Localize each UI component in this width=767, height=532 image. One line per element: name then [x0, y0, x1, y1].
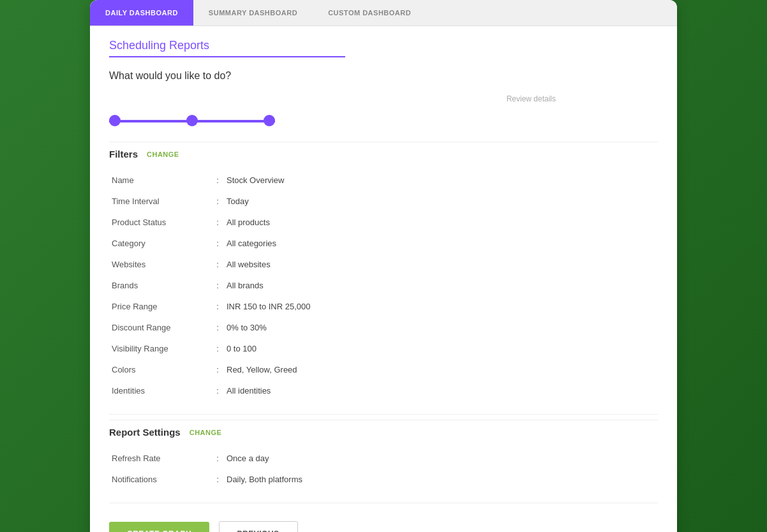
filters-change-button[interactable]: CHANGE [147, 151, 179, 158]
previous-button[interactable]: PREVIOUS [219, 521, 298, 532]
filter-value: Today [224, 191, 658, 212]
filter-label: Visibility Range [109, 338, 211, 359]
filter-colon: : [211, 170, 224, 191]
filter-label: Identities [109, 380, 211, 401]
section-divider [109, 414, 658, 415]
filter-label: Colors [109, 359, 211, 380]
setting-row: Notifications : Daily, Both platforms [109, 469, 658, 490]
filter-value: All websites [224, 254, 658, 275]
filter-label: Time Interval [109, 191, 211, 212]
stepper-dots [109, 115, 275, 126]
filter-colon: : [211, 275, 224, 296]
filter-row: Discount Range : 0% to 30% [109, 317, 658, 338]
filter-colon: : [211, 254, 224, 275]
filter-value: All identities [224, 380, 658, 401]
setting-label: Refresh Rate [109, 448, 211, 469]
filter-value: INR 150 to INR 25,000 [224, 296, 658, 317]
filter-colon: : [211, 380, 224, 401]
filter-label: Name [109, 170, 211, 191]
filter-label: Discount Range [109, 317, 211, 338]
stepper-dot-3 [264, 115, 275, 126]
filters-header: Filters CHANGE [109, 142, 658, 159]
tab-summary[interactable]: SUMMARY DASHBOARD [193, 0, 313, 26]
report-settings-table: Refresh Rate : Once a day Notifications … [109, 448, 658, 490]
filter-colon: : [211, 317, 224, 338]
filter-value: All brands [224, 275, 658, 296]
section-title: Scheduling Reports [109, 39, 658, 52]
filter-label: Websites [109, 254, 211, 275]
filter-value: Stock Overview [224, 170, 658, 191]
filter-value: All products [224, 212, 658, 233]
setting-colon: : [211, 448, 224, 469]
filter-row: Visibility Range : 0 to 100 [109, 338, 658, 359]
bottom-divider [109, 503, 658, 503]
filter-row: Colors : Red, Yellow, Greed [109, 359, 658, 380]
stepper-track [109, 120, 275, 122]
filter-colon: : [211, 296, 224, 317]
filter-value: Red, Yellow, Greed [224, 359, 658, 380]
filter-colon: : [211, 359, 224, 380]
tab-custom[interactable]: CUSTOM DASHBOARD [313, 0, 426, 26]
filters-table: Name : Stock Overview Time Interval : To… [109, 170, 658, 401]
filter-row: Brands : All brands [109, 275, 658, 296]
filter-row: Websites : All websites [109, 254, 658, 275]
report-settings-change-button[interactable]: CHANGE [190, 429, 222, 436]
setting-label: Notifications [109, 469, 211, 490]
filter-colon: : [211, 233, 224, 254]
filter-row: Name : Stock Overview [109, 170, 658, 191]
review-details-label: Review details [507, 94, 556, 103]
setting-value: Daily, Both platforms [224, 469, 658, 490]
filter-label: Brands [109, 275, 211, 296]
report-settings-header: Report Settings CHANGE [109, 420, 658, 438]
filter-label: Product Status [109, 212, 211, 233]
filters-heading: Filters [109, 149, 138, 159]
progress-stepper: Review details [109, 94, 658, 122]
setting-value: Once a day [224, 448, 658, 469]
content-area: Scheduling Reports What would you like t… [90, 26, 677, 532]
stepper-dot-2 [186, 115, 198, 126]
tab-bar: DAILY DASHBOARD SUMMARY DASHBOARD CUSTOM… [90, 0, 677, 26]
filter-label: Category [109, 233, 211, 254]
setting-row: Refresh Rate : Once a day [109, 448, 658, 469]
filter-colon: : [211, 212, 224, 233]
page-question: What would you like to do? [109, 70, 658, 82]
filter-value: 0% to 30% [224, 317, 658, 338]
filter-value: All categories [224, 233, 658, 254]
stepper-dot-1 [109, 115, 121, 126]
tab-daily[interactable]: DAILY DASHBOARD [90, 0, 193, 26]
setting-colon: : [211, 469, 224, 490]
main-card: DAILY DASHBOARD SUMMARY DASHBOARD CUSTOM… [90, 0, 677, 532]
section-underline [109, 56, 345, 57]
filter-row: Identities : All identities [109, 380, 658, 401]
report-settings-heading: Report Settings [109, 427, 181, 438]
filter-colon: : [211, 191, 224, 212]
filter-row: Product Status : All products [109, 212, 658, 233]
filter-colon: : [211, 338, 224, 359]
filter-row: Category : All categories [109, 233, 658, 254]
filter-row: Time Interval : Today [109, 191, 658, 212]
button-row: CREATE GRAPH PREVIOUS [109, 508, 658, 532]
filter-value: 0 to 100 [224, 338, 658, 359]
filter-label: Price Range [109, 296, 211, 317]
filter-row: Price Range : INR 150 to INR 25,000 [109, 296, 658, 317]
create-graph-button[interactable]: CREATE GRAPH [109, 522, 209, 532]
